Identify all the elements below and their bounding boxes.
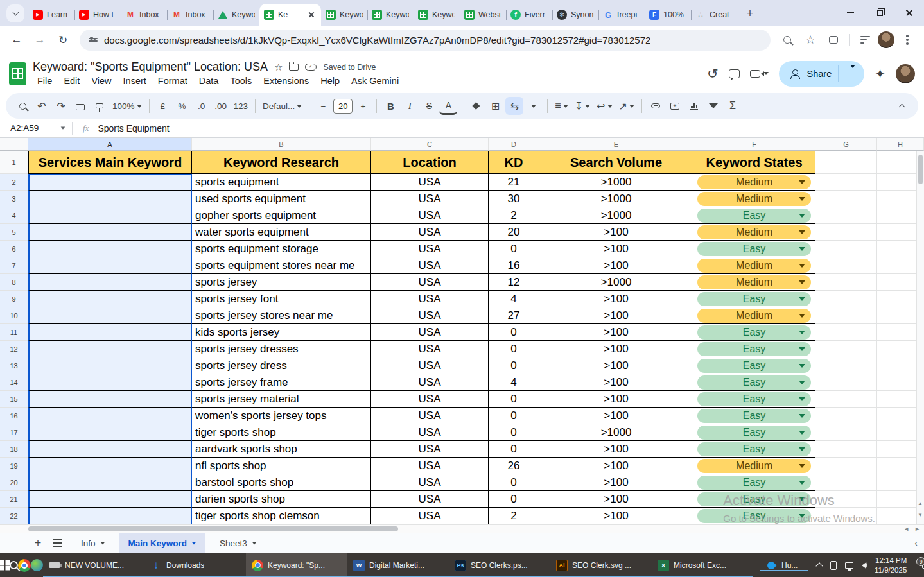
cell-volume[interactable]: >100 bbox=[539, 224, 693, 241]
browser-tab[interactable]: Keywo bbox=[321, 4, 367, 26]
font-select[interactable]: Defaul... bbox=[260, 97, 304, 115]
bookmark-button[interactable]: ☆ bbox=[800, 30, 821, 50]
all-sheets-button[interactable] bbox=[48, 533, 67, 553]
hide-menus-button[interactable] bbox=[893, 97, 911, 115]
cell-volume[interactable]: >100 bbox=[539, 241, 693, 257]
cell-main-keyword[interactable] bbox=[28, 241, 192, 257]
row-header[interactable]: 10 bbox=[0, 307, 28, 324]
cell-g[interactable] bbox=[815, 324, 877, 341]
add-sheet-button[interactable]: + bbox=[28, 533, 48, 553]
cell-location[interactable]: USA bbox=[371, 441, 489, 458]
move-to-folder-icon[interactable] bbox=[289, 64, 299, 71]
browser-tab[interactable]: Fiverr bbox=[506, 4, 552, 26]
font-size-input[interactable]: 20 bbox=[333, 99, 353, 114]
cell-g[interactable] bbox=[815, 458, 877, 474]
name-box[interactable]: A2:A59 bbox=[0, 123, 72, 133]
cell-kd[interactable]: 0 bbox=[489, 424, 539, 441]
reading-list-button[interactable] bbox=[855, 30, 875, 50]
cell-kd[interactable]: 16 bbox=[489, 257, 539, 274]
cell-g[interactable] bbox=[815, 357, 877, 374]
cell-main-keyword[interactable] bbox=[28, 341, 192, 357]
document-status-icon[interactable] bbox=[305, 64, 317, 71]
cell-main-keyword[interactable] bbox=[28, 307, 192, 324]
cell-keyword[interactable]: sports jersey material bbox=[192, 391, 371, 408]
increase-decimal-button[interactable]: .00 bbox=[212, 97, 230, 115]
taskbar-clock[interactable]: 12:14 PM 11/9/2025 bbox=[875, 556, 907, 575]
cell-volume[interactable]: >100 bbox=[539, 257, 693, 274]
horizontal-align-button[interactable]: ≡ bbox=[552, 97, 570, 115]
vertical-align-button[interactable]: ↧ bbox=[572, 97, 593, 115]
taskbar-idm-button[interactable] bbox=[31, 553, 43, 577]
row-header[interactable]: 20 bbox=[0, 474, 28, 491]
cell-volume[interactable]: >1000 bbox=[539, 424, 693, 441]
column-header-b[interactable]: B bbox=[192, 138, 371, 151]
cell-volume[interactable]: >1000 bbox=[539, 274, 693, 291]
scroll-right-button[interactable]: ► bbox=[914, 526, 920, 532]
cell-keyword[interactable]: sports equipment bbox=[192, 174, 371, 191]
taskbar-app-button[interactable]: Microsoft Exc... bbox=[652, 553, 753, 577]
your-phone-icon[interactable] bbox=[830, 561, 837, 570]
row-header[interactable]: 16 bbox=[0, 408, 28, 424]
cell-kd[interactable]: 0 bbox=[489, 241, 539, 257]
state-dropdown-chip[interactable]: Easy bbox=[697, 509, 811, 523]
merge-type-button[interactable] bbox=[525, 97, 543, 115]
cell-keyword[interactable]: nfl sports shop bbox=[192, 458, 371, 474]
cell-kd[interactable]: 0 bbox=[489, 391, 539, 408]
meet-button[interactable] bbox=[750, 70, 769, 78]
state-dropdown-chip[interactable]: Easy bbox=[697, 492, 811, 506]
cell-volume[interactable]: >100 bbox=[539, 408, 693, 424]
state-dropdown-chip[interactable]: Medium bbox=[697, 309, 811, 323]
cell-state[interactable]: Easy bbox=[693, 508, 815, 524]
scroll-left-button[interactable]: ◄ bbox=[903, 526, 909, 532]
row-header[interactable]: 19 bbox=[0, 458, 28, 474]
cell-state[interactable]: Easy bbox=[693, 474, 815, 491]
borders-button[interactable]: ⊞ bbox=[486, 97, 504, 115]
taskbar-app-button[interactable]: Digital Marketi... bbox=[347, 553, 449, 577]
cell-kd[interactable]: 0 bbox=[489, 357, 539, 374]
browser-tab[interactable]: Creat bbox=[691, 4, 737, 26]
cell-main-keyword[interactable] bbox=[28, 458, 192, 474]
cell-state[interactable]: Medium bbox=[693, 174, 815, 191]
cell-state[interactable]: Easy bbox=[693, 424, 815, 441]
cell-g[interactable] bbox=[815, 291, 877, 307]
cell-c1[interactable]: Location bbox=[371, 151, 489, 174]
cell-volume[interactable]: >100 bbox=[539, 441, 693, 458]
cell-main-keyword[interactable] bbox=[28, 441, 192, 458]
cell-g[interactable] bbox=[815, 224, 877, 241]
forward-button[interactable]: → bbox=[30, 30, 50, 50]
state-dropdown-chip[interactable]: Medium bbox=[697, 275, 811, 289]
cell-location[interactable]: USA bbox=[371, 224, 489, 241]
cell-g[interactable] bbox=[815, 191, 877, 207]
row-header[interactable]: 4 bbox=[0, 207, 28, 224]
cell-keyword[interactable]: used sports equipment bbox=[192, 191, 371, 207]
start-button[interactable] bbox=[0, 553, 10, 577]
menu-item[interactable]: Extensions bbox=[259, 75, 313, 87]
row-header[interactable]: 21 bbox=[0, 491, 28, 508]
cell-main-keyword[interactable] bbox=[28, 324, 192, 341]
browser-tab[interactable]: How t bbox=[74, 4, 121, 26]
text-rotation-button[interactable]: ↗ bbox=[616, 97, 637, 115]
cell-g[interactable] bbox=[815, 274, 877, 291]
decrease-decimal-button[interactable]: .0 bbox=[193, 97, 211, 115]
paint-format-button[interactable] bbox=[91, 97, 109, 115]
cell-volume[interactable]: >100 bbox=[539, 391, 693, 408]
cell-keyword[interactable]: women's sports jersey tops bbox=[192, 408, 371, 424]
functions-button[interactable]: Σ bbox=[724, 97, 742, 115]
formula-input[interactable]: Sports Equipment bbox=[98, 123, 169, 133]
strikethrough-button[interactable]: S bbox=[420, 97, 438, 115]
cell-state[interactable]: Easy bbox=[693, 357, 815, 374]
state-dropdown-chip[interactable]: Easy bbox=[697, 375, 811, 390]
cell-kd[interactable]: 2 bbox=[489, 207, 539, 224]
cell-location[interactable]: USA bbox=[371, 207, 489, 224]
row-header[interactable]: 3 bbox=[0, 191, 28, 207]
browser-menu-button[interactable] bbox=[897, 30, 918, 50]
cell-keyword[interactable]: water sports equipment bbox=[192, 224, 371, 241]
cell-state[interactable]: Easy bbox=[693, 341, 815, 357]
cell-g[interactable] bbox=[815, 174, 877, 191]
cell-g[interactable] bbox=[815, 341, 877, 357]
cell-volume[interactable]: >100 bbox=[539, 341, 693, 357]
cell-state[interactable]: Easy bbox=[693, 374, 815, 391]
row-header[interactable]: 18 bbox=[0, 441, 28, 458]
cell-g[interactable] bbox=[815, 474, 877, 491]
cell-volume[interactable]: >100 bbox=[539, 508, 693, 524]
